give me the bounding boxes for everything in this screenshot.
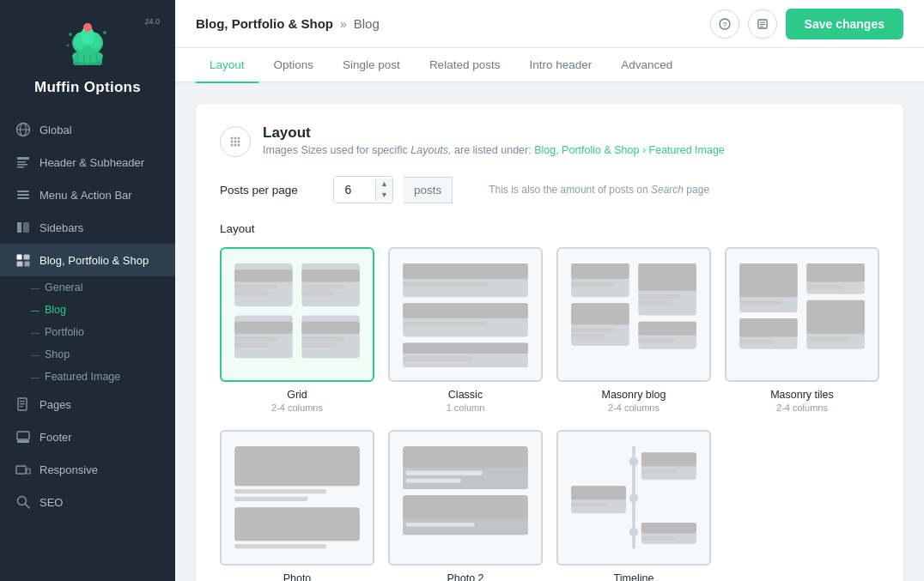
svg-rect-88 (571, 303, 629, 324)
decrement-button[interactable]: ▼ (376, 190, 392, 201)
card-title: Layout (263, 124, 725, 142)
layout-card: Layout Images Sizes used for specific La… (196, 104, 903, 581)
card-desc-middle: are listed under: (452, 144, 535, 156)
sidebar-item-pages[interactable]: Pages (0, 388, 175, 421)
svg-rect-107 (234, 489, 326, 493)
svg-rect-104 (806, 300, 865, 334)
sidebar-item-sidebars[interactable]: Sidebars (0, 211, 175, 244)
svg-rect-60 (234, 291, 268, 295)
posts-per-page-input[interactable] (334, 177, 375, 203)
svg-point-10 (83, 23, 92, 32)
svg-rect-72 (403, 263, 528, 279)
sub-nav-shop[interactable]: Shop (31, 343, 175, 366)
svg-rect-20 (17, 166, 24, 168)
svg-rect-122 (641, 469, 678, 473)
general-label: General (45, 281, 82, 294)
svg-rect-89 (571, 328, 614, 332)
sub-nav-portfolio[interactable]: Portfolio (31, 321, 175, 343)
svg-rect-110 (234, 544, 326, 548)
svg-point-123 (629, 494, 639, 504)
sidebar-item-blog[interactable]: Blog, Portfolio & Shop (0, 244, 175, 276)
layouts-row-1: Grid 2-4 columns (220, 247, 879, 413)
layout-option-masonry-tiles[interactable]: Masonry tiles 2-4 columns (725, 247, 879, 413)
svg-rect-37 (27, 469, 30, 474)
menu-label: Menu & Action Bar (40, 189, 132, 202)
layout-option-photo[interactable]: Photo 1 column (220, 430, 374, 581)
svg-rect-114 (406, 479, 461, 483)
svg-rect-58 (301, 269, 360, 281)
sidebar-item-header[interactable]: Header & Subheader (0, 146, 175, 179)
svg-rect-99 (806, 285, 840, 289)
timeline-name: Timeline (614, 572, 654, 581)
svg-rect-106 (234, 446, 360, 486)
svg-rect-78 (403, 343, 528, 354)
sidebar-item-global[interactable]: Global (0, 113, 175, 146)
layout-option-grid[interactable]: Grid 2-4 columns (220, 247, 374, 413)
help-button[interactable]: ? (710, 9, 739, 39)
layout-option-timeline[interactable]: Timeline 1 column (556, 430, 711, 581)
sub-nav-featured-image[interactable]: Featured Image (31, 366, 175, 388)
tab-related-posts[interactable]: Related posts (416, 48, 514, 83)
layout-thumb-timeline (556, 430, 711, 565)
svg-rect-125 (571, 487, 626, 500)
svg-rect-69 (301, 336, 344, 341)
save-button[interactable]: Save changes (786, 9, 903, 39)
layout-option-masonry-blog[interactable]: Masonry blog 2-4 columns (556, 247, 711, 413)
svg-rect-28 (17, 262, 23, 267)
menu-icon (15, 187, 31, 203)
layout-option-classic[interactable]: Classic 1 column (388, 247, 543, 413)
posts-hint: This is also the amount of posts on Sear… (489, 184, 709, 196)
sidebar-item-responsive[interactable]: Responsive (0, 453, 175, 486)
svg-rect-21 (17, 191, 29, 192)
tab-layout[interactable]: Layout (196, 48, 258, 83)
blog-sub-nav: General Blog Portfolio Shop Featured Ima… (0, 276, 175, 388)
sidebar-item-footer[interactable]: Footer (0, 421, 175, 453)
tab-intro-header[interactable]: Intro header (515, 48, 605, 83)
blog-label: Blog, Portfolio & Shop (40, 254, 149, 267)
hint-prefix: This is also the amount of posts on (489, 184, 647, 196)
svg-point-127 (629, 528, 639, 537)
sidebar-item-menu[interactable]: Menu & Action Bar (0, 179, 175, 211)
tab-single-post-label: Single post (343, 58, 400, 71)
layout-thumb-masonry-tiles (725, 247, 879, 382)
layout-option-photo2[interactable]: Photo 2 1-3 columns (388, 430, 543, 581)
notes-button[interactable] (748, 9, 777, 39)
svg-rect-79 (403, 357, 471, 361)
tab-advanced[interactable]: Advanced (607, 48, 686, 83)
increment-button[interactable]: ▲ (376, 179, 392, 190)
card-desc-link[interactable]: Blog, Portfolio & Shop › Featured Image (534, 144, 725, 156)
svg-rect-92 (638, 322, 696, 336)
svg-point-46 (231, 137, 234, 140)
svg-rect-116 (403, 520, 528, 536)
photo-name: Photo (283, 572, 312, 581)
svg-rect-33 (20, 406, 23, 407)
sidebar-item-seo[interactable]: SEO (0, 486, 175, 518)
topbar: Blog, Portfolio & Shop » Blog ? Save cha… (175, 0, 924, 48)
svg-rect-35 (17, 440, 29, 443)
svg-rect-62 (301, 291, 335, 295)
layouts-row-2: Photo 1 column (220, 430, 879, 581)
svg-rect-90 (571, 334, 605, 338)
card-header: Layout Images Sizes used for specific La… (220, 124, 879, 157)
svg-rect-81 (571, 263, 629, 279)
tab-intro-header-label: Intro header (529, 58, 592, 71)
svg-point-47 (234, 137, 237, 140)
svg-rect-130 (641, 536, 675, 540)
sub-nav-general[interactable]: General (31, 276, 175, 299)
svg-rect-59 (234, 285, 277, 289)
tab-single-post[interactable]: Single post (329, 48, 414, 83)
svg-rect-113 (406, 471, 483, 475)
posts-unit-label: posts (404, 177, 453, 203)
svg-point-54 (238, 144, 240, 147)
sidebars-label: Sidebars (40, 221, 83, 234)
svg-rect-25 (23, 222, 29, 233)
hint-suffix: page (686, 184, 709, 196)
svg-rect-65 (234, 322, 293, 334)
sidebar: 24.0 Muffin Options Global Header & Subh… (0, 0, 175, 581)
portfolio-label: Portfolio (45, 326, 84, 338)
svg-rect-84 (638, 263, 696, 291)
tab-options[interactable]: Options (260, 48, 328, 83)
sub-nav-blog[interactable]: Blog (31, 299, 175, 321)
svg-rect-29 (25, 262, 30, 267)
svg-point-48 (238, 137, 240, 140)
